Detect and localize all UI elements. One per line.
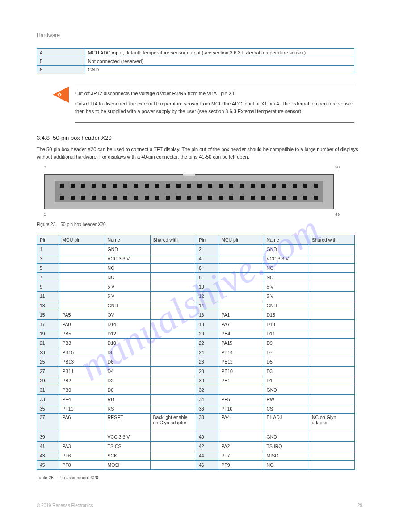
- table-cell: GND: [105, 245, 150, 254]
- pin-labels-bot: 1 49: [44, 212, 340, 217]
- table-cell: 5 V: [264, 292, 309, 301]
- table-cell: [59, 301, 105, 310]
- table-cell: [150, 395, 196, 404]
- table-cell: D7: [264, 348, 309, 357]
- table-cell: [218, 282, 264, 292]
- table-cell: 43: [37, 451, 59, 461]
- table-header: MCU pin: [218, 235, 264, 245]
- table-cell: [150, 301, 196, 310]
- table-cell: [309, 292, 354, 301]
- table-cell: D10: [105, 339, 150, 348]
- table-cell: 4: [196, 254, 218, 264]
- table-cell: D4: [105, 367, 150, 376]
- table-cell: NC: [105, 273, 150, 282]
- table-header: Name: [105, 235, 150, 245]
- table-cell: [309, 367, 354, 376]
- table-header: Name: [264, 235, 309, 245]
- table-header: Pin: [37, 235, 59, 245]
- table-cell: [59, 292, 105, 301]
- table-cell: [150, 320, 196, 329]
- table-cell: PA1: [218, 310, 264, 320]
- table-cell: D12: [105, 329, 150, 339]
- table-cell: D15: [264, 310, 309, 320]
- table-cell: [309, 404, 354, 414]
- table-cell: GND: [105, 301, 150, 310]
- section-body: The 50-pin box header X20 can be used to…: [37, 146, 362, 160]
- table-cell: 5: [37, 264, 59, 273]
- table-cell: NC: [264, 264, 309, 273]
- table-cell: [218, 301, 264, 310]
- table-cell: PF6: [59, 451, 105, 461]
- table-cell: 12: [196, 292, 218, 301]
- hint-block: Cut-off JP12 disconnects the voltage div…: [37, 85, 354, 123]
- table-cell: CS: [264, 404, 309, 414]
- table-cell: [150, 357, 196, 367]
- table-cell: 9: [37, 282, 59, 292]
- page-header: Hardware: [37, 32, 362, 38]
- table-header: MCU pin: [59, 235, 105, 245]
- table-cell: [150, 461, 196, 470]
- table-cell: 42: [196, 442, 218, 451]
- table-cell: PB2: [59, 376, 105, 385]
- table-cell: D14: [105, 320, 150, 329]
- table-cell: 3: [37, 254, 59, 264]
- table-cell: PF8: [59, 461, 105, 470]
- table-cell: D8: [105, 348, 150, 357]
- table-cell: 35: [37, 404, 59, 414]
- table-cell: 37: [37, 414, 59, 432]
- table-cell: [309, 310, 354, 320]
- lightbulb-icon: [56, 92, 63, 98]
- table-cell: 36: [196, 404, 218, 414]
- table-cell: [150, 254, 196, 264]
- svg-point-0: [58, 94, 60, 96]
- table-cell: RESET: [105, 414, 150, 432]
- table-cell: 34: [196, 395, 218, 404]
- table-cell: 20: [196, 329, 218, 339]
- table-cell: [59, 273, 105, 282]
- table-cell: [218, 385, 264, 395]
- svg-line-5: [58, 93, 58, 93]
- table-cell: PB15: [59, 348, 105, 357]
- table-header: Shared with: [309, 235, 354, 245]
- table-cell: TS CS: [105, 442, 150, 451]
- table-cell: [218, 254, 264, 264]
- table-cell: 25: [37, 357, 59, 367]
- table-cell: 5 V: [264, 282, 309, 292]
- table-cell: [150, 348, 196, 357]
- table-cell: PA3: [59, 442, 105, 451]
- table-cell: [218, 264, 264, 273]
- table-cell: [218, 245, 264, 254]
- table-cell: 39: [37, 432, 59, 442]
- table-cell: 7: [37, 273, 59, 282]
- table-cell: [150, 339, 196, 348]
- table-cell: PA4: [218, 414, 264, 432]
- pin-labels-top: 2 50: [44, 165, 340, 169]
- table-cell: 41: [37, 442, 59, 451]
- table-cell: 44: [196, 451, 218, 461]
- table-cell: VCC 3.3 V: [264, 254, 309, 264]
- table-cell: PF7: [218, 451, 264, 461]
- table-cell: PA2: [218, 442, 264, 451]
- table-header: Shared with: [150, 235, 196, 245]
- table-cell: NC: [264, 461, 309, 470]
- table-caption: Table 25 Pin assignment X20: [37, 475, 362, 480]
- table-cell: D2: [105, 376, 150, 385]
- table-cell: PB0: [59, 385, 105, 395]
- table-cell: PA0: [59, 320, 105, 329]
- table-cell: 26: [196, 357, 218, 367]
- table-cell: [150, 282, 196, 292]
- table-cell: [309, 461, 354, 470]
- table-cell: 6: [196, 264, 218, 273]
- table-cell: PB1: [218, 376, 264, 385]
- table-cell: [218, 292, 264, 301]
- table-cell: [309, 357, 354, 367]
- connector-figure: [44, 174, 334, 209]
- table-cell: 19: [37, 329, 59, 339]
- table-cell: RW: [264, 395, 309, 404]
- table-cell: [309, 254, 354, 264]
- pin-assignment-table: PinMCU pinNameShared withPinMCU pinNameS…: [37, 235, 355, 470]
- table-cell: OV: [105, 310, 150, 320]
- table-cell: [309, 320, 354, 329]
- table-cell: GND: [264, 301, 309, 310]
- table-cell: 2: [196, 245, 218, 254]
